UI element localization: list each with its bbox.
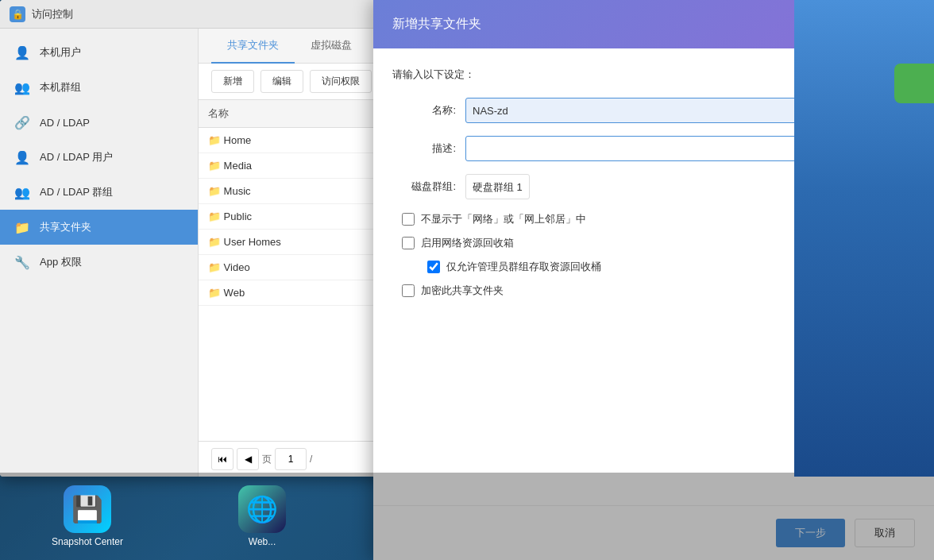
sidebar-label-ad-ldap-users: AD / LDAP 用户 xyxy=(40,150,113,164)
app-icon: 🔒 xyxy=(10,6,25,22)
taskbar-snapshot-center[interactable]: 💾 Snapshot Center xyxy=(0,479,175,554)
desc-label: 描述: xyxy=(392,141,456,156)
ad-user-icon: 👤 xyxy=(13,148,32,167)
checkbox4[interactable] xyxy=(402,284,415,297)
prev-page-button[interactable]: ◀ xyxy=(237,448,259,470)
checkbox1-label[interactable]: 不显示于「网络」或「网上邻居」中 xyxy=(421,212,586,226)
snapshot-label: Snapshot Center xyxy=(52,536,123,547)
checkbox2-label[interactable]: 启用网络资源回收箱 xyxy=(421,236,514,250)
snapshot-icon: 💾 xyxy=(71,494,103,524)
tab-virtual-disk[interactable]: 虚拟磁盘 xyxy=(295,29,368,64)
sidebar-item-local-users[interactable]: 👤 本机用户 xyxy=(0,35,198,70)
ad-group-icon: 👥 xyxy=(13,183,32,202)
first-page-button[interactable]: ⏮ xyxy=(211,448,234,470)
sidebar-label-local-users: 本机用户 xyxy=(40,45,81,60)
checkbox2[interactable] xyxy=(402,237,415,249)
taskbar: 💾 Snapshot Center 🌐 Web... xyxy=(0,473,934,560)
sidebar-label-ad-ldap: AD / LDAP xyxy=(40,117,90,129)
web-icon-bg: 🌐 xyxy=(238,485,286,533)
group-icon: 👥 xyxy=(13,78,32,97)
checkbox1[interactable] xyxy=(402,213,415,226)
sidebar-item-ad-ldap-groups[interactable]: 👥 AD / LDAP 群组 xyxy=(0,175,198,210)
sidebar-label-app-permissions: App 权限 xyxy=(40,255,82,269)
snapshot-icon-bg: 💾 xyxy=(64,485,111,533)
checkbox3[interactable] xyxy=(427,261,440,273)
web-icon: 🌐 xyxy=(246,494,278,524)
taskbar-web[interactable]: 🌐 Web... xyxy=(175,479,349,554)
user-icon: 👤 xyxy=(13,43,32,62)
disk-group-label: 磁盘群组: xyxy=(392,180,456,194)
sidebar-label-local-groups: 本机群组 xyxy=(40,80,81,95)
permissions-button[interactable]: 访问权限 xyxy=(310,70,372,93)
page-input[interactable] xyxy=(275,448,307,470)
right-panel-green-icon xyxy=(894,64,934,103)
sidebar-item-local-groups[interactable]: 👥 本机群组 xyxy=(0,70,198,105)
folder-icon: 📁 xyxy=(13,218,32,237)
link-icon: 🔗 xyxy=(13,113,32,132)
checkbox3-label[interactable]: 仅允许管理员群组存取资源回收桶 xyxy=(446,260,601,274)
name-label: 名称: xyxy=(392,103,456,118)
sidebar: 👤 本机用户 👥 本机群组 🔗 AD / LDAP 👤 AD / LDAP 用户… xyxy=(0,29,199,477)
app-perm-icon: 🔧 xyxy=(13,253,32,272)
tab-shared-folder[interactable]: 共享文件夹 xyxy=(211,29,295,64)
sidebar-label-ad-ldap-groups: AD / LDAP 群组 xyxy=(40,185,113,199)
page-slash: / xyxy=(310,454,312,465)
sidebar-item-app-permissions[interactable]: 🔧 App 权限 xyxy=(0,245,198,280)
edit-button[interactable]: 编辑 xyxy=(261,70,303,93)
disk-group-select[interactable]: 硬盘群组 1 硬盘群组 2 xyxy=(465,174,530,199)
sidebar-item-ad-ldap[interactable]: 🔗 AD / LDAP xyxy=(0,105,198,140)
page-label: 页 xyxy=(262,453,272,466)
sidebar-label-shared-folders: 共享文件夹 xyxy=(40,220,91,234)
web-label: Web... xyxy=(249,536,276,547)
checkbox4-label[interactable]: 加密此共享文件夹 xyxy=(421,284,504,298)
modal-title: 新增共享文件夹 xyxy=(392,17,481,30)
sidebar-item-shared-folders[interactable]: 📁 共享文件夹 xyxy=(0,210,198,245)
sidebar-item-ad-ldap-users[interactable]: 👤 AD / LDAP 用户 xyxy=(0,140,198,175)
add-button[interactable]: 新增 xyxy=(211,70,254,93)
